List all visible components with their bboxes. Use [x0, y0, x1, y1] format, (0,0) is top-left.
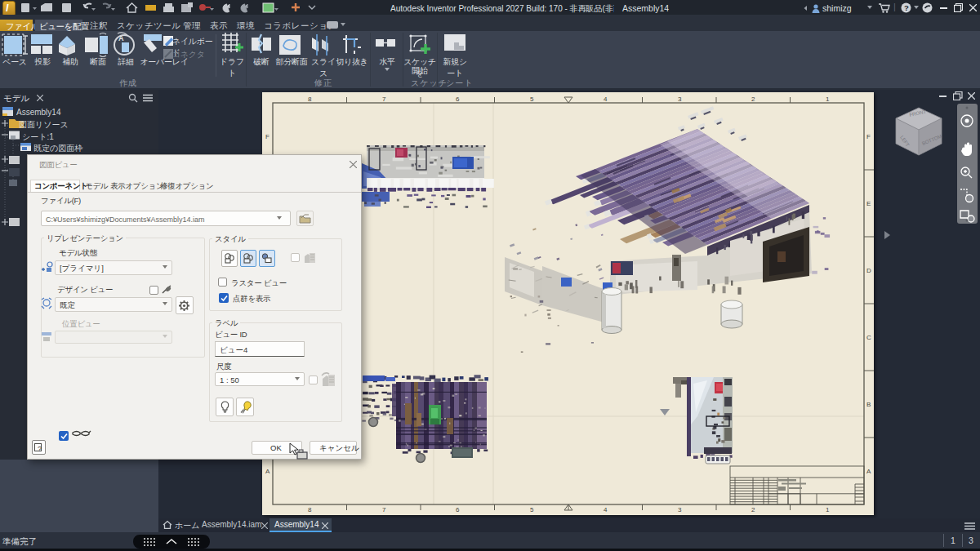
svg-text:3: 3: [678, 96, 682, 103]
svg-text:A: A: [866, 468, 871, 475]
svg-text:8: 8: [308, 96, 312, 103]
svg-text:4: 4: [604, 96, 608, 103]
svg-text:2: 2: [751, 96, 755, 103]
svg-text:5: 5: [530, 96, 534, 103]
svg-text:5: 5: [530, 506, 534, 513]
svg-text:E: E: [866, 200, 871, 207]
svg-text:F: F: [265, 133, 270, 140]
svg-text:A: A: [118, 34, 124, 42]
svg-text:8: 8: [308, 506, 312, 513]
svg-text:?: ?: [904, 3, 909, 12]
svg-text:1: 1: [826, 96, 830, 103]
svg-text:B: B: [866, 401, 871, 408]
svg-text:7: 7: [382, 506, 386, 513]
svg-text:6: 6: [456, 96, 460, 103]
svg-text:C: C: [866, 334, 871, 341]
svg-text:A: A: [265, 468, 270, 475]
svg-text:2: 2: [751, 506, 755, 513]
svg-text:1: 1: [826, 506, 830, 513]
svg-text:7: 7: [382, 96, 386, 103]
svg-text:F: F: [866, 133, 871, 140]
svg-text:D: D: [866, 267, 871, 274]
svg-text:6: 6: [456, 506, 460, 513]
svg-text:3: 3: [678, 506, 682, 513]
svg-text:?: ?: [38, 445, 42, 452]
svg-text:4: 4: [604, 506, 608, 513]
